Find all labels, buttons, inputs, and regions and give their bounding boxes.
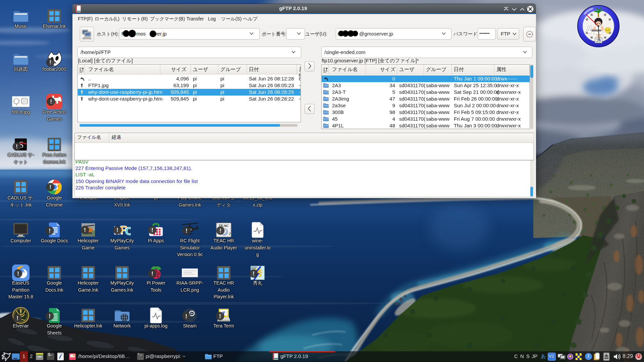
svg-text:26: 26	[596, 38, 601, 43]
